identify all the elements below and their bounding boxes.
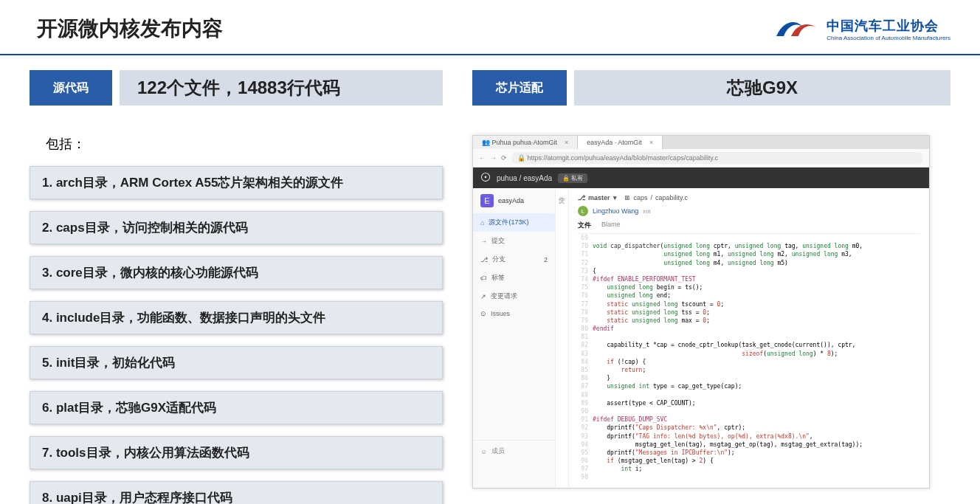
code-line: 70void cap_dispatcher(unsigned long cptr… — [578, 242, 920, 250]
url-field[interactable]: 🔒 https://atomgit.com/puhua/easyAda/blob… — [511, 152, 923, 164]
code-line: 69 — [578, 234, 920, 242]
code-line: 91#ifdef DEBUG_DUMP_SVC — [578, 415, 920, 424]
page-title: 开源微内核发布内容 — [37, 15, 223, 43]
code-line: 73{ — [578, 267, 920, 275]
list-item: 1. arch目录，ARM Cortex A55芯片架构相关的源文件 — [30, 166, 443, 199]
sidebar-icon: ⎇ — [480, 256, 488, 263]
code-line: 88 — [578, 391, 920, 399]
private-badge: 🔒 私有 — [558, 173, 587, 183]
close-icon[interactable]: × — [649, 139, 653, 146]
sidebar-members[interactable]: ☺ 成员 — [473, 440, 555, 462]
sidebar-item[interactable]: ⊙Issues — [473, 305, 555, 322]
svg-text:E: E — [484, 196, 489, 205]
code-line: 86 } — [578, 374, 920, 382]
org-name-cn: 中国汽车工业协会 — [827, 17, 950, 35]
list-item: 3. core目录，微内核的核心功能源代码 — [30, 256, 443, 289]
list-item: 4. include目录，功能函数、数据接口声明的头文件 — [30, 301, 443, 334]
branch-selector[interactable]: ⎇ master ▾ — [578, 194, 617, 201]
code-line: 74#ifdef ENABLE_PERFORMANT_TEST — [578, 275, 920, 283]
file-tabs: 文件 Blame — [578, 221, 920, 230]
sidebar-item[interactable]: ⎇分支2 — [473, 250, 555, 269]
code-line: 80#endif — [578, 325, 920, 333]
divider — [0, 54, 980, 55]
list-item: 5. init目录，初始化代码 — [30, 346, 443, 379]
right-tag-value: 芯驰G9X — [574, 70, 950, 106]
code-line: 94 msgtag_get_len(tag), msgtag_get_op(ta… — [578, 441, 920, 449]
left-tag-label: 源代码 — [30, 70, 112, 106]
right-column: 芯片适配 芯驰G9X 👥 Puhua puhua·AtomGit×easyAda… — [472, 70, 950, 504]
sidebar-item[interactable]: 🏷标签 — [473, 269, 555, 287]
code-line: 98 — [578, 473, 920, 481]
file-icon: 🗎 — [624, 194, 631, 201]
code-line: 83 sizeof(unsigned long) * 8); — [578, 350, 920, 358]
org-logo-block: 中国汽车工业协会 China Association of Automobile… — [775, 15, 950, 42]
code-line: 77 static unsigned long tscount = 0; — [578, 300, 920, 308]
breadcrumb-folder[interactable]: caps — [634, 194, 648, 201]
code-line: 87 unsigned int type = cap_get_type(cap)… — [578, 382, 920, 390]
includes-label: 包括： — [46, 135, 443, 153]
close-icon[interactable]: × — [565, 139, 568, 146]
project-name[interactable]: E easyAda — [473, 188, 555, 213]
repo-path[interactable]: puhua / easyAda — [497, 174, 552, 182]
sidebar-item[interactable]: ⌂源文件(173K) — [473, 213, 555, 232]
forward-icon[interactable]: → — [490, 154, 497, 162]
author-name[interactable]: Lingzhuo Wang — [593, 207, 638, 215]
list-item: 8. uapi目录，用户态程序接口代码 — [30, 481, 443, 504]
code-line: 97 int i; — [578, 465, 920, 473]
avatar: L — [578, 206, 588, 216]
right-tag-label: 芯片适配 — [472, 70, 567, 106]
browser-tab[interactable]: 👥 Puhua puhua·AtomGit× — [473, 136, 578, 149]
code-line: 95 dprintf("Messages in IPCBuffer:\n"); — [578, 449, 920, 457]
sidebar-item[interactable]: →提交 — [473, 232, 555, 250]
left-column: 源代码 122个文件，14883行代码 包括： 1. arch目录，ARM Co… — [30, 70, 443, 504]
members-icon: ☺ — [480, 448, 487, 455]
commit-msg: init — [643, 208, 650, 215]
repo-sidebar: E easyAda ⌂源文件(173K)→提交⎇分支2🏷标签↗变更请求⊙Issu… — [473, 188, 556, 488]
browser-tab[interactable]: easyAda · AtomGit× — [578, 136, 663, 149]
caam-logo-icon — [775, 15, 819, 42]
code-line: 90 — [578, 407, 920, 415]
repo-header: puhua / easyAda 🔒 私有 — [473, 168, 929, 188]
branch-icon: ⎇ — [578, 194, 585, 201]
list-item: 2. caps目录，访问控制相关的源代码 — [30, 211, 443, 244]
sidebar-icon: ↗ — [480, 293, 486, 300]
code-line: 84 if (!cap) { — [578, 358, 920, 366]
breadcrumb: 🗎 caps / capability.c — [624, 194, 688, 201]
code-line: 96 if (msgtag_get_len(tag) > 2) { — [578, 457, 920, 465]
code-line: 76 unsigned long end; — [578, 291, 920, 300]
code-line: 85 return; — [578, 366, 920, 374]
svg-point-1 — [485, 176, 487, 179]
reload-icon[interactable]: ⟳ — [501, 154, 507, 162]
vertical-tab-label[interactable]: 文件 — [556, 188, 569, 488]
sidebar-icon: ⌂ — [480, 219, 484, 227]
code-line: 79 static unsigned long max = 0; — [578, 317, 920, 325]
code-view: 6970void cap_dispatcher(unsigned long cp… — [578, 233, 920, 482]
chevron-down-icon: ▾ — [613, 194, 617, 201]
browser-tabs: 👥 Puhua puhua·AtomGit×easyAda · AtomGit× — [473, 136, 929, 149]
code-line: 72 unsigned long m4, unsigned long m5) — [578, 259, 920, 267]
tab-file[interactable]: 文件 — [578, 221, 591, 230]
list-item: 7. tools目录，内核公用算法函数代码 — [30, 436, 443, 469]
code-line: 92 dprintf("Caps Dispatcher: %x\n", cptr… — [578, 424, 920, 432]
code-line: 89 assert(type < CAP_COUNT); — [578, 399, 920, 407]
breadcrumb-file[interactable]: capability.c — [655, 194, 688, 201]
left-tag-value: 122个文件，14883行代码 — [120, 70, 443, 106]
lock-icon: 🔒 — [517, 154, 525, 162]
code-line: 93 dprintf("TAG info: len(%d bytes), op(… — [578, 432, 920, 441]
code-line: 81 — [578, 333, 920, 341]
tab-blame[interactable]: Blame — [601, 221, 621, 230]
repo-main: ⎇ master ▾ 🗎 caps / capability.c L — [569, 188, 929, 488]
code-line: 82 capability_t *cap = cnode_cptr_lookup… — [578, 341, 920, 349]
sidebar-icon: 🏷 — [480, 275, 487, 282]
sidebar-item[interactable]: ↗变更请求 — [473, 287, 555, 305]
list-item: 6. plat目录，芯驰G9X适配代码 — [30, 391, 443, 424]
code-line: 75 unsigned long begin = ts(); — [578, 283, 920, 291]
sidebar-icon: ⊙ — [480, 310, 486, 317]
back-icon[interactable]: ← — [479, 154, 486, 162]
code-line: 78 static unsigned long tss = 0; — [578, 308, 920, 317]
code-line: 71 unsigned long m1, unsigned long m2, u… — [578, 250, 920, 258]
atom-logo-icon — [480, 172, 491, 184]
sidebar-icon: → — [480, 238, 487, 245]
browser-window: 👥 Puhua puhua·AtomGit×easyAda · AtomGit×… — [472, 135, 930, 489]
org-name-en: China Association of Automobile Manufact… — [827, 35, 950, 41]
